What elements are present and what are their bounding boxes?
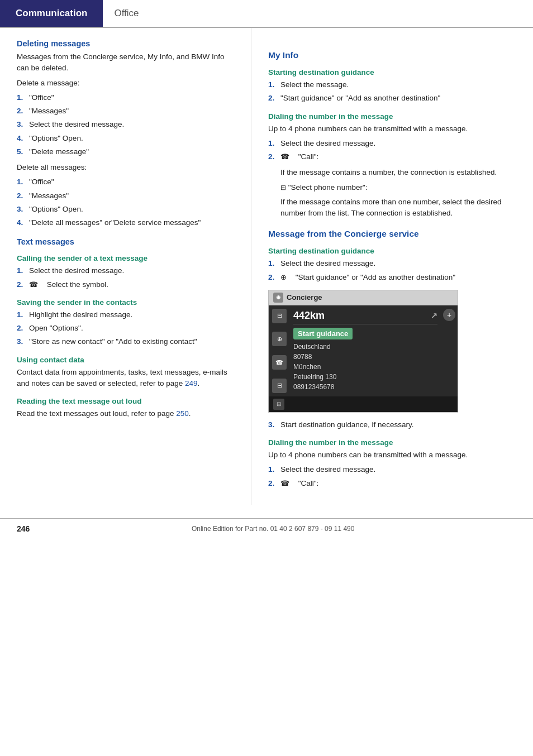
step-num: 1.	[17, 92, 26, 103]
right-column: My Info Starting destination guidance 1.…	[251, 28, 533, 505]
myinfo-note2-label: "Select phone number":	[288, 183, 368, 192]
subsection-concierge-dialing-heading: Dialing the number in the message	[268, 438, 520, 447]
list-item: 3."Options" Open.	[17, 204, 237, 215]
section-concierge-heading: Message from the Concierge service	[268, 229, 520, 239]
list-item: 1.Select the desired message.	[17, 265, 237, 276]
list-item: 2. "Start guidance" or "Add as another d…	[268, 272, 520, 283]
contact-data-link[interactable]: 249	[185, 379, 198, 387]
list-item: 3."Store as new contact" or "Add to exis…	[17, 336, 237, 347]
concierge-titlebar-icon: ⊕	[273, 293, 283, 303]
list-item: 1."Office"	[17, 176, 237, 188]
section-text-messages-heading: Text messages	[17, 237, 237, 246]
step-num: 1.	[17, 309, 26, 320]
delete-message-label: Delete a message:	[17, 78, 237, 89]
left-column: Deleting messages Messages from the Conc…	[0, 28, 251, 505]
list-item: 5."Delete message"	[17, 146, 237, 157]
tab-office[interactable]: Office	[103, 0, 150, 27]
concierge-plus-btn: +	[443, 309, 455, 321]
nav-icon	[280, 272, 287, 283]
using-contact-data-text: Contact data from appointments, tasks, t…	[17, 367, 237, 390]
step-num: 3.	[17, 204, 26, 215]
page-header: Communication Office	[0, 0, 533, 28]
myinfo-note2: If the message contains more than one nu…	[280, 197, 520, 219]
list-item: 2."Messages"	[17, 106, 237, 117]
step-text: "Office"	[29, 92, 54, 103]
subsection-calling-sender-heading: Calling the sender of a text message	[17, 254, 237, 262]
step-text: Open "Options".	[29, 323, 83, 334]
concierge-bottom-icon-1: ⊟	[273, 399, 284, 410]
contact-data-text2: .	[197, 379, 199, 387]
list-item: 2. "Call":	[268, 478, 520, 489]
step-text: "Delete all messages" or"Delete service …	[29, 217, 201, 228]
step-num: 1.	[268, 464, 277, 475]
delete-message-steps: 1."Office" 2."Messages" 3.Select the des…	[17, 92, 237, 157]
step-text: "Options" Open.	[29, 204, 83, 215]
step-text: Select the desired message.	[29, 265, 124, 276]
page-number: 246	[17, 524, 30, 533]
list-item: 2.Open "Options".	[17, 323, 237, 334]
step-text: "Messages"	[29, 190, 69, 202]
step-num: 2.	[17, 323, 26, 334]
concierge-main: 442km ↗ Start guidance Deutschland 80788…	[290, 305, 441, 396]
reading-aloud-link[interactable]: 250	[176, 409, 189, 418]
section-deleting-messages-heading: Deleting messages	[17, 39, 237, 48]
step-text: Select the message.	[280, 79, 349, 90]
main-content: Deleting messages Messages from the Conc…	[0, 28, 533, 505]
reading-aloud-text: Read the text messages out loud, refer t…	[17, 408, 237, 419]
list-item: 1.Highlight the desired message.	[17, 309, 237, 320]
concierge-arrow-icon: ↗	[431, 311, 437, 320]
concierge-btn-2: ⊕	[272, 332, 287, 346]
myinfo-destination-steps: 1.Select the message. 2."Start guidance"…	[268, 79, 520, 104]
concierge-addr-line5: 08912345678	[293, 382, 437, 392]
concierge-dialing-steps: 1.Select the desired message. 2. "Call":	[268, 464, 520, 489]
section-my-info-heading: My Info	[268, 50, 520, 60]
step-text: Start destination guidance, if necessary…	[280, 419, 413, 430]
step-text: "Delete message"	[29, 146, 89, 157]
concierge-btn-4: ⊟	[272, 379, 287, 393]
concierge-titlebar-label: Concierge	[287, 293, 322, 302]
concierge-btn-1: ⊟	[272, 309, 287, 323]
concierge-destination-steps: 1.Select the desired message. 2. "Start …	[268, 258, 520, 283]
step-text: Highlight the desired message.	[29, 309, 132, 320]
list-item: 1.Select the desired message.	[268, 258, 520, 269]
step-text: "Start guidance" or "Add as another dest…	[296, 272, 455, 283]
step-num: 1.	[268, 258, 277, 269]
phone-icon	[280, 151, 289, 162]
concierge-addr-line4: Petuelring 130	[293, 372, 437, 382]
step-text: "Office"	[29, 176, 54, 188]
step-num: 1.	[268, 79, 277, 90]
list-item: 1."Office"	[17, 92, 237, 103]
select-icon	[280, 183, 286, 192]
list-item: 3.Start destination guidance, if necessa…	[268, 419, 520, 430]
concierge-start-btn[interactable]: Start guidance	[293, 328, 353, 339]
step-num: 2.	[268, 93, 277, 104]
list-item: 2."Start guidance" or "Add as another de…	[268, 93, 520, 104]
myinfo-select-note: "Select phone number":	[280, 182, 520, 193]
concierge-left-controls: ⊟ ⊕ ☎ ⊟	[269, 305, 290, 396]
tab-communication[interactable]: Communication	[0, 0, 103, 27]
list-item: 2. Select the symbol.	[17, 279, 237, 290]
subsection-using-contact-data-heading: Using contact data	[17, 356, 237, 364]
step-num: 2.	[17, 279, 26, 290]
step-num: 3.	[268, 419, 277, 430]
footer-center-text: Online Edition for Part no. 01 40 2 607 …	[192, 525, 355, 533]
page-footer: 246 Online Edition for Part no. 01 40 2 …	[0, 518, 533, 539]
subsection-myinfo-destination-heading: Starting destination guidance	[268, 68, 520, 76]
deleting-messages-intro: Messages from the Concierge service, My …	[17, 51, 237, 74]
list-item: 4."Delete all messages" or"Delete servic…	[17, 217, 237, 228]
step-num: 2.	[268, 272, 277, 283]
step-text: "Call":	[298, 151, 319, 162]
calling-sender-steps: 1.Select the desired message. 2. Select …	[17, 265, 237, 290]
myinfo-dialing-intro: Up to 4 phone numbers can be transmitted…	[268, 123, 520, 135]
concierge-body: ⊟ ⊕ ☎ ⊟ 442km ↗ Start guidance Deutschla…	[269, 305, 458, 396]
phone-icon	[280, 478, 289, 489]
reading-aloud-text2: .	[189, 409, 191, 418]
myinfo-note1: If the message contains a number, the co…	[280, 167, 520, 178]
step-text: Select the desired message.	[29, 119, 124, 130]
concierge-right-controls: +	[441, 305, 458, 396]
concierge-bottom-bar: ⊟	[269, 396, 458, 412]
step-num: 3.	[17, 336, 26, 347]
saving-sender-steps: 1.Highlight the desired message. 2.Open …	[17, 309, 237, 348]
list-item: 1.Select the desired message.	[268, 138, 520, 149]
subsection-saving-sender-heading: Saving the sender in the contacts	[17, 298, 237, 307]
